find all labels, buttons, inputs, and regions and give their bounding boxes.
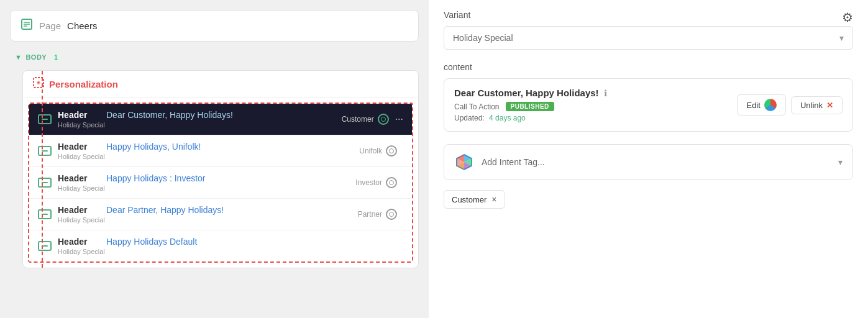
intent-chevron-icon: ▾ bbox=[838, 157, 843, 167]
header-content-investor: Happy Holidays : Investor bbox=[106, 173, 355, 183]
header-sub-customer: Holiday Special bbox=[58, 121, 342, 129]
updated-row: Updated: 4 days ago bbox=[454, 114, 729, 122]
header-content-unifolk: Happy Holidays, Unifolk! bbox=[106, 142, 359, 152]
header-sub-partner: Holiday Special bbox=[58, 216, 358, 224]
left-panel: Page Cheers ▼ BODY 1 Personalization bbox=[0, 0, 429, 318]
target-icon-investor bbox=[386, 177, 397, 188]
page-label: Page bbox=[39, 20, 61, 31]
content-label: content bbox=[444, 62, 853, 72]
header-content-customer: Dear Customer, Happy Holidays! bbox=[106, 110, 342, 120]
content-title-row: Dear Customer, Happy Holidays! ℹ bbox=[454, 88, 729, 98]
personalization-icon bbox=[33, 77, 44, 91]
header-text-partner: Header Dear Partner, Happy Holidays! Hol… bbox=[58, 205, 358, 224]
header-type-customer: Header bbox=[58, 110, 95, 120]
updated-time: 4 days ago bbox=[489, 114, 526, 122]
content-info: Dear Customer, Happy Holidays! ℹ Call To… bbox=[454, 88, 729, 122]
personalization-label: Personalization bbox=[49, 79, 118, 89]
header-type-default: Header bbox=[58, 237, 95, 247]
personalization-section: Personalization Header Dear Customer, Ha… bbox=[22, 70, 419, 268]
header-content-partner: Dear Partner, Happy Holidays! bbox=[106, 205, 358, 215]
content-actions: Edit Unlink ✕ bbox=[737, 94, 843, 116]
page-header[interactable]: Page Cheers bbox=[10, 10, 419, 42]
content-type: Call To Action bbox=[454, 102, 500, 111]
edit-label: Edit bbox=[746, 101, 760, 110]
header-icon-investor bbox=[38, 178, 52, 188]
header-row-unifolk[interactable]: Header Happy Holidays, Unifolk! Holiday … bbox=[29, 135, 412, 167]
tag-chip-customer[interactable]: Customer × bbox=[444, 190, 505, 209]
header-tag-unifolk: Unifolk bbox=[359, 145, 397, 157]
body-section: ▼ BODY 1 bbox=[10, 49, 419, 65]
variant-label: Variant bbox=[444, 10, 853, 20]
header-type-partner: Header bbox=[58, 205, 95, 215]
published-badge: PUBLISHED bbox=[506, 102, 554, 111]
page-icon bbox=[21, 18, 33, 34]
header-row-investor[interactable]: Header Happy Holidays : Investor Holiday… bbox=[29, 167, 412, 199]
body-label: ▼ BODY 1 bbox=[10, 49, 419, 65]
page-title: Cheers bbox=[67, 20, 97, 31]
content-card: Dear Customer, Happy Holidays! ℹ Call To… bbox=[444, 78, 853, 132]
header-content-default: Happy Holidays Default bbox=[106, 237, 403, 247]
content-meta: Call To Action PUBLISHED bbox=[454, 102, 729, 111]
target-icon-unifolk bbox=[386, 145, 397, 157]
unlink-label: Unlink bbox=[800, 101, 823, 110]
edit-logo-icon bbox=[764, 99, 777, 111]
header-text-default: Header Happy Holidays Default Holiday Sp… bbox=[58, 237, 403, 255]
content-title: Dear Customer, Happy Holidays! bbox=[454, 88, 599, 98]
content-section: content Dear Customer, Happy Holidays! ℹ… bbox=[444, 62, 853, 132]
unlink-x-icon: ✕ bbox=[826, 101, 833, 110]
intent-text: Add Intent Tag... bbox=[482, 157, 831, 167]
tag-row: Customer × bbox=[444, 188, 853, 211]
cube-icon bbox=[454, 152, 474, 172]
collapse-arrow[interactable]: ▼ bbox=[15, 53, 22, 61]
updated-label: Updated: bbox=[454, 114, 485, 122]
header-text-customer: Header Dear Customer, Happy Holidays! Ho… bbox=[58, 110, 342, 129]
right-panel: ⚙ Variant Holiday Special ▾ content Dear… bbox=[429, 0, 868, 318]
edit-button[interactable]: Edit bbox=[737, 94, 785, 116]
svg-point-6 bbox=[38, 82, 40, 84]
variants-wrapper: Header Dear Customer, Happy Holidays! Ho… bbox=[28, 102, 413, 263]
chevron-down-icon: ▾ bbox=[839, 33, 844, 43]
variant-select[interactable]: Holiday Special ▾ bbox=[444, 26, 853, 50]
header-sub-default: Holiday Special bbox=[58, 248, 403, 255]
header-row-partner[interactable]: Header Dear Partner, Happy Holidays! Hol… bbox=[29, 199, 412, 230]
target-icon-partner bbox=[386, 209, 397, 220]
header-tag-customer: Customer bbox=[342, 114, 389, 125]
gear-icon[interactable]: ⚙ bbox=[842, 10, 853, 25]
header-type-unifolk: Header bbox=[58, 142, 95, 152]
header-sub-unifolk: Holiday Special bbox=[58, 153, 359, 160]
unlink-button[interactable]: Unlink ✕ bbox=[791, 96, 843, 114]
header-text-investor: Header Happy Holidays : Investor Holiday… bbox=[58, 173, 355, 192]
header-row-default[interactable]: Header Happy Holidays Default Holiday Sp… bbox=[29, 230, 412, 261]
variant-select-text: Holiday Special bbox=[453, 33, 513, 43]
info-icon[interactable]: ℹ bbox=[604, 88, 607, 98]
header-tag-investor: Investor bbox=[355, 177, 397, 188]
body-count: 1 bbox=[50, 52, 62, 63]
tag-label: Customer bbox=[452, 195, 487, 204]
header-type-investor: Header bbox=[58, 173, 95, 183]
personalization-header: Personalization bbox=[23, 71, 418, 98]
header-row-customer[interactable]: Header Dear Customer, Happy Holidays! Ho… bbox=[29, 104, 412, 135]
header-text-unifolk: Header Happy Holidays, Unifolk! Holiday … bbox=[58, 142, 359, 160]
header-icon-customer bbox=[38, 114, 52, 124]
more-menu-customer[interactable]: ··· bbox=[395, 114, 403, 125]
header-icon-partner bbox=[38, 209, 52, 219]
intent-section[interactable]: Add Intent Tag... ▾ bbox=[444, 144, 853, 180]
target-icon-customer bbox=[378, 114, 389, 125]
tag-remove-icon[interactable]: × bbox=[491, 194, 496, 204]
header-sub-investor: Holiday Special bbox=[58, 184, 355, 192]
header-tag-partner: Partner bbox=[358, 209, 397, 220]
header-icon-unifolk bbox=[38, 146, 52, 156]
header-icon-default bbox=[38, 241, 52, 251]
